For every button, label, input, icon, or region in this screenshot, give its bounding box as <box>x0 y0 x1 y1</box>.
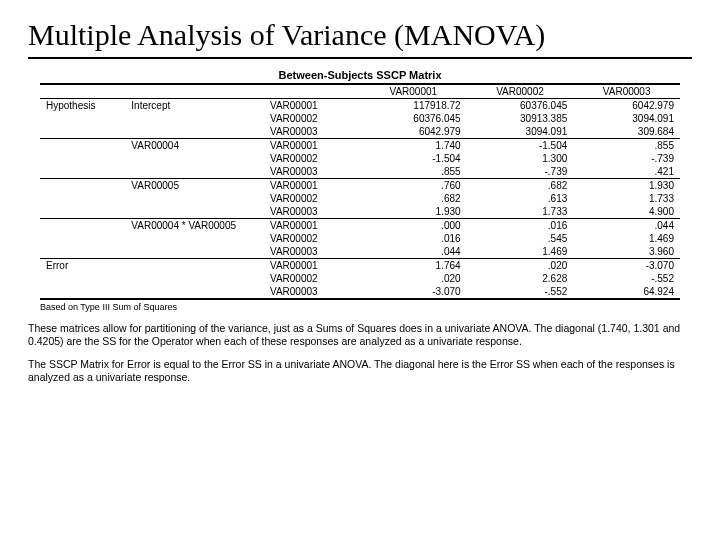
cell-value: .000 <box>360 218 467 232</box>
sscp-table-wrap: Between-Subjects SSCP Matrix VAR00001VAR… <box>40 69 680 312</box>
cell-value: 1.469 <box>467 245 574 259</box>
row-var-label: VAR00001 <box>264 178 360 192</box>
table-row: VAR00002.0202.628-.552 <box>40 272 680 285</box>
cell-value: .760 <box>360 178 467 192</box>
row-var-label: VAR00001 <box>264 258 360 272</box>
cell-value: .016 <box>360 232 467 245</box>
row-var-label: VAR00002 <box>264 152 360 165</box>
table-header-row: VAR00001VAR00002VAR00003 <box>40 84 680 99</box>
cell-value: .016 <box>467 218 574 232</box>
cell-value: 60376.045 <box>360 112 467 125</box>
paragraph-1: These matrices allow for partitioning of… <box>28 322 692 348</box>
group-label: Intercept <box>125 98 264 112</box>
group-label: VAR00004 <box>125 138 264 152</box>
cell-value: 30913.385 <box>467 112 574 125</box>
row-var-label: VAR00003 <box>264 205 360 219</box>
table-row: VAR00005VAR00001.760.6821.930 <box>40 178 680 192</box>
cell-value: -3.070 <box>573 258 680 272</box>
cell-value: 117918.72 <box>360 98 467 112</box>
cell-value: 309.684 <box>573 125 680 139</box>
cell-value: 1.300 <box>467 152 574 165</box>
cell-value: .020 <box>467 258 574 272</box>
paragraph-2: The SSCP Matrix for Error is equal to th… <box>28 358 692 384</box>
cell-value: -.739 <box>467 165 574 179</box>
row-var-label: VAR00003 <box>264 285 360 299</box>
row-var-label: VAR00002 <box>264 192 360 205</box>
table-row: VAR00002-1.5041.300-.739 <box>40 152 680 165</box>
section-error-label: Error <box>40 258 125 272</box>
row-var-label: VAR00002 <box>264 272 360 285</box>
row-var-label: VAR00003 <box>264 125 360 139</box>
cell-value: -3.070 <box>360 285 467 299</box>
sscp-table: VAR00001VAR00002VAR00003HypothesisInterc… <box>40 83 680 300</box>
table-row: VAR00004VAR000011.740-1.504.855 <box>40 138 680 152</box>
cell-value: .545 <box>467 232 574 245</box>
table-row: VAR00002.682.6131.733 <box>40 192 680 205</box>
row-var-label: VAR00003 <box>264 245 360 259</box>
cell-value: 1.764 <box>360 258 467 272</box>
cell-value: .613 <box>467 192 574 205</box>
row-var-label: VAR00001 <box>264 98 360 112</box>
cell-value: -.552 <box>467 285 574 299</box>
table-row: VAR000031.9301.7334.900 <box>40 205 680 219</box>
cell-value: .682 <box>467 178 574 192</box>
row-var-label: VAR00002 <box>264 232 360 245</box>
col-header-0: VAR00001 <box>360 84 467 99</box>
cell-value: 6042.979 <box>573 98 680 112</box>
cell-value: 1.740 <box>360 138 467 152</box>
title-underline <box>28 57 692 59</box>
cell-value: -1.504 <box>360 152 467 165</box>
cell-value: 6042.979 <box>360 125 467 139</box>
body-text: These matrices allow for partitioning of… <box>28 322 692 385</box>
cell-value: 1.733 <box>573 192 680 205</box>
cell-value: .682 <box>360 192 467 205</box>
cell-value: -.739 <box>573 152 680 165</box>
cell-value: 4.900 <box>573 205 680 219</box>
cell-value: .044 <box>360 245 467 259</box>
cell-value: .044 <box>573 218 680 232</box>
group-label: VAR00005 <box>125 178 264 192</box>
cell-value: 1.733 <box>467 205 574 219</box>
cell-value: .855 <box>360 165 467 179</box>
slide: Multiple Analysis of Variance (MANOVA) B… <box>0 0 720 540</box>
cell-value: 3094.091 <box>467 125 574 139</box>
cell-value: 2.628 <box>467 272 574 285</box>
cell-value: .855 <box>573 138 680 152</box>
cell-value: .020 <box>360 272 467 285</box>
col-header-2: VAR00003 <box>573 84 680 99</box>
table-row: VAR0000260376.04530913.3853094.091 <box>40 112 680 125</box>
table-row: VAR000036042.9793094.091309.684 <box>40 125 680 139</box>
row-var-label: VAR00002 <box>264 112 360 125</box>
cell-value: 3094.091 <box>573 112 680 125</box>
slide-title: Multiple Analysis of Variance (MANOVA) <box>28 18 692 53</box>
table-row: ErrorVAR000011.764.020-3.070 <box>40 258 680 272</box>
cell-value: -.552 <box>573 272 680 285</box>
row-var-label: VAR00003 <box>264 165 360 179</box>
cell-value: -1.504 <box>467 138 574 152</box>
cell-value: 1.930 <box>360 205 467 219</box>
row-var-label: VAR00001 <box>264 218 360 232</box>
cell-value: 1.469 <box>573 232 680 245</box>
row-var-label: VAR00001 <box>264 138 360 152</box>
cell-value: 3.960 <box>573 245 680 259</box>
col-header-1: VAR00002 <box>467 84 574 99</box>
table-row: VAR00003.855-.739.421 <box>40 165 680 179</box>
table-caption: Between-Subjects SSCP Matrix <box>40 69 680 81</box>
table-row: VAR00003-3.070-.55264.924 <box>40 285 680 299</box>
cell-value: 1.930 <box>573 178 680 192</box>
table-footnote: Based on Type III Sum of Squares <box>40 300 680 312</box>
table-row: VAR00004 * VAR00005VAR00001.000.016.044 <box>40 218 680 232</box>
cell-value: 60376.045 <box>467 98 574 112</box>
table-row: VAR00003.0441.4693.960 <box>40 245 680 259</box>
cell-value: 64.924 <box>573 285 680 299</box>
table-row: HypothesisInterceptVAR00001117918.726037… <box>40 98 680 112</box>
section-hypothesis-label: Hypothesis <box>40 98 125 112</box>
group-label: VAR00004 * VAR00005 <box>125 218 264 232</box>
table-row: VAR00002.016.5451.469 <box>40 232 680 245</box>
cell-value: .421 <box>573 165 680 179</box>
